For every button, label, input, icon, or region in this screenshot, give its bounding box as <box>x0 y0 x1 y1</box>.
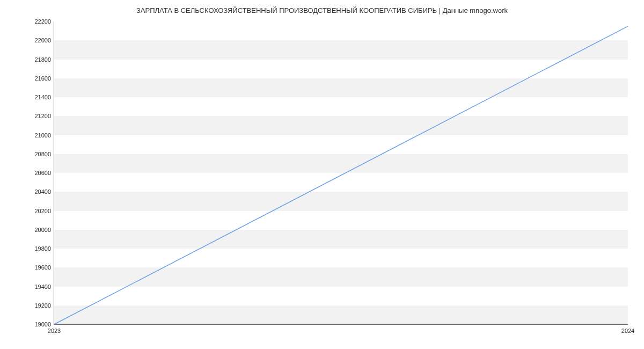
data-line <box>54 26 628 324</box>
y-tick-label: 22200 <box>34 18 54 25</box>
y-tick-label: 19800 <box>34 245 54 252</box>
y-tick-label: 19600 <box>34 264 54 271</box>
y-tick-label: 21200 <box>34 113 54 119</box>
y-tick-label: 20800 <box>34 151 54 157</box>
chart-container: ЗАРПЛАТА В СЕЛЬСКОХОЗЯЙСТВЕННЫЙ ПРОИЗВОД… <box>0 0 644 349</box>
y-tick-label: 20400 <box>34 188 54 195</box>
y-tick-label: 20200 <box>34 208 54 214</box>
y-tick-label: 20600 <box>34 170 54 176</box>
x-tick-label: 2023 <box>48 324 61 334</box>
y-tick-label: 21600 <box>34 75 54 82</box>
plot-area: 1900019200194001960019800200002020020400… <box>54 21 628 325</box>
y-tick-label: 19400 <box>34 283 54 290</box>
y-tick-label: 21800 <box>34 56 54 63</box>
y-tick-label: 21000 <box>34 132 54 139</box>
y-tick-label: 20000 <box>34 227 54 233</box>
y-tick-label: 19200 <box>34 302 54 309</box>
x-tick-label: 2024 <box>621 324 634 334</box>
y-tick-label: 21400 <box>34 94 54 100</box>
chart-title: ЗАРПЛАТА В СЕЛЬСКОХОЗЯЙСТВЕННЫЙ ПРОИЗВОД… <box>0 0 644 14</box>
y-tick-label: 22000 <box>34 37 54 43</box>
line-chart-svg <box>54 21 628 324</box>
